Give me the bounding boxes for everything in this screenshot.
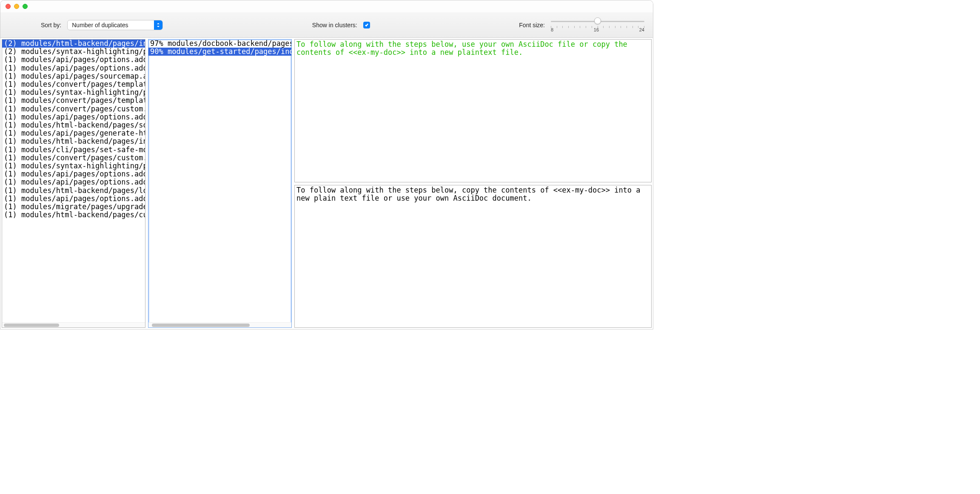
minimize-icon[interactable] [14, 4, 19, 9]
scroll-thumb[interactable] [152, 324, 250, 327]
matches-list[interactable]: 97% modules/docbook-backend/pages/ind90%… [148, 40, 291, 322]
match-text: To follow along with the steps below, co… [296, 186, 650, 202]
list-item[interactable]: (1) modules/html-backend/pages/local- [2, 187, 145, 195]
sort-select-value[interactable]: Number of duplicates [67, 20, 163, 30]
content-area: (2) modules/html-backend/pages/index.(2)… [0, 38, 653, 329]
list-item[interactable]: (1) modules/syntax-highlighting/pages [2, 162, 145, 170]
titlebar[interactable] [0, 0, 653, 12]
list-item[interactable]: 97% modules/docbook-backend/pages/ind [148, 40, 291, 48]
clusters-checkbox[interactable] [363, 22, 370, 28]
scrollbar-horizontal[interactable] [148, 322, 291, 327]
slider-ticks [551, 26, 644, 28]
scroll-thumb[interactable] [4, 324, 59, 327]
sort-label: Sort by: [41, 22, 61, 28]
app-window: Sort by: Number of duplicates Show in cl… [0, 0, 653, 329]
list-item[interactable]: (1) modules/syntax-highlighting/pages [2, 88, 145, 97]
toolbar: Sort by: Number of duplicates Show in cl… [0, 12, 653, 38]
list-item[interactable]: (1) modules/convert/pages/templates.a [2, 97, 145, 105]
scrollbar-horizontal[interactable] [2, 322, 145, 327]
close-icon[interactable] [6, 4, 11, 9]
list-item[interactable]: (1) modules/convert/pages/custom.adoc [2, 154, 145, 162]
list-item[interactable]: (1) modules/convert/pages/custom.adoc [2, 105, 145, 113]
preview-pane: To follow along with the steps below, us… [294, 39, 652, 328]
list-item[interactable]: (1) modules/api/pages/sourcemap.adoc# [2, 72, 145, 80]
list-item[interactable]: (1) modules/html-backend/pages/source [2, 121, 145, 129]
font-group: Font size: 8 16 24 [519, 17, 644, 32]
preview-bottom[interactable]: To follow along with the steps below, co… [294, 185, 652, 328]
list-item[interactable]: (1) modules/html-backend/pages/custom [2, 211, 145, 219]
font-size-slider[interactable] [551, 17, 644, 25]
sort-group: Sort by: Number of duplicates [41, 20, 163, 30]
list-item[interactable]: (1) modules/api/pages/generate-html-t [2, 129, 145, 137]
preview-top[interactable]: To follow along with the steps below, us… [294, 39, 652, 182]
list-item[interactable]: (1) modules/api/pages/options.adoc#61 [2, 56, 145, 64]
list-item[interactable]: (1) modules/html-backend/pages/index. [2, 137, 145, 145]
files-list[interactable]: (2) modules/html-backend/pages/index.(2)… [2, 40, 145, 322]
list-item[interactable]: (1) modules/convert/pages/templates.a [2, 80, 145, 88]
list-item[interactable]: (1) modules/api/pages/options.adoc#60 [2, 64, 145, 72]
list-item[interactable]: (1) modules/api/pages/options.adoc#96 [2, 178, 145, 186]
list-item[interactable]: (2) modules/html-backend/pages/index. [2, 40, 145, 48]
list-item[interactable]: 90% modules/get-started/pages/index.a [148, 48, 291, 56]
list-item[interactable]: (1) modules/api/pages/options.adoc#55 [2, 195, 145, 203]
maximize-icon[interactable] [23, 4, 28, 9]
source-text: To follow along with the steps below, us… [296, 40, 650, 57]
clusters-label: Show in clusters: [312, 22, 357, 28]
list-item[interactable]: (1) modules/api/pages/options.adoc#12 [2, 170, 145, 178]
sort-select[interactable]: Number of duplicates [67, 20, 163, 30]
list-item[interactable]: (1) modules/api/pages/options.adoc#45 [2, 113, 145, 121]
files-pane[interactable]: (2) modules/html-backend/pages/index.(2)… [2, 39, 145, 328]
list-item[interactable]: (1) modules/migrate/pages/upgrade.ado [2, 203, 145, 211]
list-item[interactable]: (1) modules/cli/pages/set-safe-mode.a [2, 146, 145, 154]
matches-pane[interactable]: 97% modules/docbook-backend/pages/ind90%… [148, 39, 292, 328]
font-size-label: Font size: [519, 22, 545, 28]
clusters-group: Show in clusters: [312, 22, 370, 28]
list-item[interactable]: (2) modules/syntax-highlighting/pages [2, 48, 145, 56]
